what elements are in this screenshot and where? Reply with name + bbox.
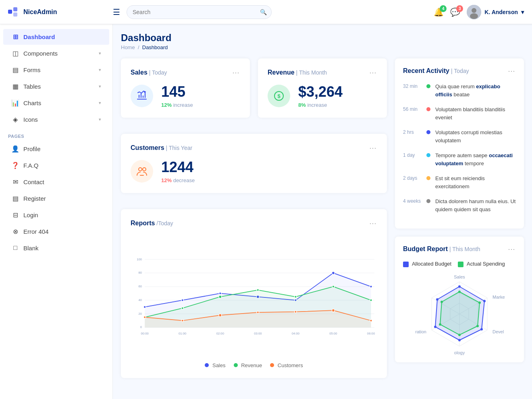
sales-options-button[interactable]: ⋯: [232, 68, 240, 77]
svg-point-31: [143, 306, 146, 308]
sidebar-item-login[interactable]: ⊟ Login: [3, 207, 109, 223]
svg-point-70: [476, 325, 479, 327]
search-icon[interactable]: 🔍: [260, 9, 267, 15]
chevron-down-icon: ▾: [99, 67, 101, 73]
svg-text:00:00: 00:00: [141, 332, 149, 335]
svg-text:40: 40: [139, 298, 142, 302]
budget-title: Budget Report | This Month: [403, 245, 480, 253]
sidebar-item-label: Forms: [23, 66, 41, 73]
page-title: Dashboard: [121, 32, 524, 44]
sidebar-item-label: Charts: [23, 100, 41, 106]
sidebar-item-profile[interactable]: 👤 Profile: [3, 141, 109, 157]
allocated-legend-box: [403, 262, 409, 267]
charts-icon: 📊: [11, 99, 19, 107]
legend-allocated: Allocated Budget: [403, 261, 451, 267]
svg-point-53: [370, 320, 372, 322]
logo-icon: [8, 7, 20, 17]
svg-point-41: [219, 295, 222, 298]
svg-point-63: [480, 328, 483, 330]
sidebar-item-dashboard[interactable]: ⊞ Dashboard: [3, 29, 109, 45]
reports-title: Reports /Today: [131, 220, 173, 227]
legend-customers: Customers: [270, 362, 303, 368]
reports-options-button[interactable]: ⋯: [369, 219, 377, 228]
sidebar-item-forms[interactable]: ▤ Forms ▾: [3, 62, 109, 78]
svg-point-36: [332, 272, 335, 274]
reports-card: Reports /Today ⋯: [121, 209, 387, 378]
sidebar-item-icons[interactable]: ◈ Icons ▾: [3, 112, 109, 127]
svg-text:Marke: Marke: [493, 295, 505, 299]
user-name: K. Anderson: [484, 9, 518, 15]
budget-legend: Allocated Budget Actual Spending: [403, 261, 516, 267]
logo: NiceAdmin: [8, 7, 113, 17]
activity-options-button[interactable]: ⋯: [508, 66, 516, 75]
activity-item: 2 days Est sit eum reiciendis exercitati…: [403, 175, 516, 190]
sidebar-item-components[interactable]: ◫ Components ▾: [3, 46, 109, 61]
sidebar-item-label: Tables: [23, 83, 41, 90]
svg-point-62: [483, 300, 486, 302]
left-column: Sales | Today ⋯: [121, 58, 387, 378]
svg-point-50: [257, 311, 259, 314]
card-header: Recent Activity | Today ⋯: [403, 66, 516, 75]
line-chart-svg: 100 80 60 40 20 0 00:00 01:00 02:00 03:0…: [131, 236, 377, 357]
activity-dot-cyan: [426, 153, 430, 157]
svg-rect-2: [13, 12, 17, 17]
svg-text:100: 100: [137, 258, 142, 261]
sidebar-item-register[interactable]: ▤ Register: [3, 191, 109, 206]
sales-card: Sales | Today ⋯: [121, 58, 250, 118]
reports-chart: 100 80 60 40 20 0 00:00 01:00 02:00 03:0…: [131, 236, 377, 357]
sidebar-item-label: Profile: [23, 145, 41, 152]
hamburger-button[interactable]: ☰: [113, 7, 120, 17]
svg-point-49: [219, 314, 222, 317]
sidebar-item-faq[interactable]: ❓ F.A.Q: [3, 158, 109, 173]
chart-legend: Sales Revenue Customers: [131, 362, 377, 368]
search-input[interactable]: [127, 5, 272, 19]
breadcrumb-home[interactable]: Home: [121, 44, 135, 50]
sales-legend-dot: [205, 363, 209, 367]
legend-actual: Actual Spending: [458, 261, 505, 267]
svg-text:20: 20: [139, 312, 142, 316]
sidebar-item-label: F.A.Q: [23, 162, 39, 169]
budget-report-card: Budget Report | This Month ⋯ Allocated B…: [395, 237, 524, 362]
customers-options-button[interactable]: ⋯: [369, 143, 377, 152]
activity-dot-gray: [426, 199, 430, 203]
notification-badge: 4: [440, 5, 447, 12]
sidebar-item-label: Components: [23, 50, 58, 57]
sales-stats: 145 12% increase: [161, 83, 193, 108]
svg-text:06:00: 06:00: [367, 332, 375, 335]
error-icon: ⊗: [11, 228, 19, 235]
messages-button[interactable]: 💬 3: [450, 7, 460, 17]
activity-dot-green: [426, 84, 430, 88]
revenue-stats: $3,264 8% increase: [298, 83, 343, 108]
svg-text:05:00: 05:00: [329, 332, 337, 335]
activity-item: 4 weeks Dicta dolorem harum nulla eius. …: [403, 197, 516, 213]
sidebar-item-charts[interactable]: 📊 Charts ▾: [3, 95, 109, 111]
svg-point-45: [370, 299, 372, 301]
svg-text:60: 60: [139, 285, 142, 288]
revenue-title: Revenue | This Month: [268, 69, 327, 76]
register-icon: ▤: [11, 195, 19, 202]
activity-item: 2 hrs Voluptates corrupti molestias volu…: [403, 129, 516, 144]
budget-options-button[interactable]: ⋯: [508, 245, 516, 254]
user-menu[interactable]: K. Anderson ▾: [467, 5, 524, 19]
recent-activity-card: Recent Activity | Today ⋯ 32 min Quia qu…: [395, 58, 524, 229]
stat-body: 145 12% increase: [131, 83, 240, 108]
svg-point-9: [139, 168, 142, 171]
sidebar-item-label: Dashboard: [23, 33, 55, 40]
svg-rect-0: [8, 10, 12, 14]
chevron-down-icon: ▾: [99, 100, 101, 106]
login-icon: ⊟: [11, 211, 19, 219]
sidebar-item-contact[interactable]: ✉ Contact: [3, 174, 109, 190]
notifications-button[interactable]: 🔔 4: [434, 7, 444, 17]
sidebar-item-blank[interactable]: □ Blank: [3, 240, 109, 256]
customers-title: Customers | This Year: [131, 144, 192, 152]
contact-icon: ✉: [11, 178, 19, 186]
activity-item: 32 min Quia quae rerum explicabo officii…: [403, 83, 516, 98]
sidebar-item-tables[interactable]: ▦ Tables ▾: [3, 79, 109, 94]
svg-text:ology: ology: [454, 350, 465, 355]
svg-point-48: [181, 320, 184, 322]
sidebar-item-error404[interactable]: ⊗ Error 404: [3, 224, 109, 239]
svg-text:ration: ration: [415, 329, 426, 334]
stat-header: Sales | Today ⋯: [131, 68, 240, 77]
revenue-options-button[interactable]: ⋯: [369, 68, 377, 77]
svg-point-52: [332, 309, 335, 312]
